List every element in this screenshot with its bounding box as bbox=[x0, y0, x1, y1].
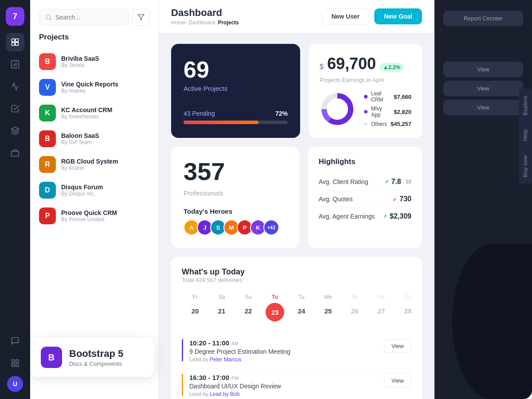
project-author: By SIA Team bbox=[61, 139, 99, 145]
view-button-2[interactable]: View bbox=[443, 81, 523, 96]
event-lead: Lead by Peter Marcus bbox=[189, 356, 378, 363]
sidebar-item-charts[interactable] bbox=[6, 77, 24, 96]
new-goal-button[interactable]: New Goal bbox=[374, 8, 422, 24]
event-view-button[interactable]: View bbox=[384, 339, 411, 353]
project-name: Baloon SaaS bbox=[61, 132, 99, 139]
card-earnings: $ 69,700 ▲2.2% Projects Earnings in Apri… bbox=[309, 44, 422, 138]
event-bar bbox=[182, 374, 183, 396]
sidebar-item-work[interactable] bbox=[6, 144, 24, 162]
search-input[interactable] bbox=[55, 14, 122, 21]
stats-number: 357 bbox=[184, 159, 287, 184]
day-number: 21 bbox=[214, 303, 230, 319]
view-button-1[interactable]: View bbox=[443, 62, 523, 77]
sidebar-item-tasks[interactable] bbox=[6, 99, 24, 118]
legend-value: $2,820 bbox=[394, 109, 411, 115]
sidebar-item-analytics[interactable] bbox=[6, 55, 24, 74]
progress-bar-fill bbox=[184, 121, 258, 124]
bootstrap-icon: B bbox=[41, 347, 62, 368]
highlights-rows: Avg. Client Rating ↗ 7.810 Avg. Quotes ↙… bbox=[319, 173, 411, 225]
legend-dot bbox=[364, 95, 368, 98]
highlight-row: Avg. Agent Earnings ↗ $2,309 bbox=[319, 208, 411, 225]
legend-item: Leaf CRM $7,660 bbox=[364, 90, 411, 103]
projects-title: Projects bbox=[30, 26, 158, 45]
project-item[interactable]: V Vine Quick Reports By Andres bbox=[30, 74, 158, 100]
project-logo: R bbox=[39, 156, 56, 173]
day-name: Tu bbox=[298, 294, 305, 300]
svg-rect-0 bbox=[12, 39, 15, 42]
report-center-button[interactable]: Report Cecnter bbox=[443, 11, 523, 26]
calendar-header: What's up Today Total 424,567 deliveries bbox=[182, 267, 411, 283]
project-info: Proove Quick CRM By Proove Limited bbox=[61, 209, 117, 223]
view-button-3[interactable]: View bbox=[443, 100, 523, 115]
project-item[interactable]: R RGB Cloud System By Andrei bbox=[30, 152, 158, 177]
event-view-button[interactable]: View bbox=[384, 374, 411, 387]
right-tab[interactable]: Help bbox=[519, 122, 532, 148]
project-info: Vine Quick Reports By Andres bbox=[61, 81, 118, 94]
project-logo: B bbox=[39, 53, 56, 70]
day-name: Tu bbox=[272, 294, 278, 300]
sidebar-bottom: U bbox=[6, 332, 24, 392]
calendar-day[interactable]: We 25 bbox=[315, 290, 341, 325]
highlight-name: Avg. Quotes bbox=[319, 196, 353, 203]
highlight-name: Avg. Client Rating bbox=[319, 178, 368, 185]
earnings-dollar: $ bbox=[320, 63, 324, 71]
project-author: By James bbox=[61, 62, 99, 68]
heroes-label: Today's Heroes bbox=[184, 207, 287, 215]
filter-button[interactable] bbox=[133, 9, 149, 26]
card-active-projects: 69 Active Projects 43 Pending 72% bbox=[171, 44, 300, 138]
user-avatar[interactable]: U bbox=[7, 376, 23, 392]
project-info: KC Account CRM By Keenthemes bbox=[61, 106, 112, 120]
event-name: 9 Degree Project Estimation Meeting bbox=[189, 348, 378, 355]
bootstrap-overlay: B Bootstrap 5 Docs & Components bbox=[30, 338, 154, 377]
calendar-day[interactable]: Tu 26 bbox=[341, 290, 368, 325]
calendar-day[interactable]: Fr 20 bbox=[182, 290, 208, 325]
highlight-value: ↗ $2,309 bbox=[383, 212, 411, 220]
project-info: Baloon SaaS By SIA Team bbox=[61, 132, 99, 145]
calendar-day[interactable]: Tu 24 bbox=[288, 290, 315, 325]
progress-pct: 72% bbox=[275, 110, 288, 117]
lead-link[interactable]: Peter Marcus bbox=[210, 356, 241, 363]
day-number: 24 bbox=[293, 303, 309, 319]
project-author: By Andres bbox=[61, 88, 118, 94]
calendar-day[interactable]: Fri 27 bbox=[368, 290, 395, 325]
calendar-day[interactable]: Su 22 bbox=[235, 290, 262, 325]
project-item[interactable]: B Baloon SaaS By SIA Team bbox=[30, 126, 158, 152]
event-name: Dashboard UI/UX Design Review bbox=[189, 383, 378, 390]
calendar-day[interactable]: Tu 23 bbox=[262, 290, 288, 325]
whats-up-title: What's up Today bbox=[182, 267, 411, 277]
sidebar-item-grid2[interactable] bbox=[6, 354, 24, 372]
main-content: Dashboard Home- Dashboard- Projects New … bbox=[159, 0, 434, 399]
project-item[interactable]: K KC Account CRM By Keenthemes bbox=[30, 100, 158, 126]
events-list: 10:20 - 11:00 AM 9 Degree Project Estima… bbox=[182, 334, 411, 399]
svg-rect-2 bbox=[12, 43, 15, 46]
project-name: Disqus Forum bbox=[61, 184, 103, 191]
earnings-amount: $ 69,700 ▲2.2% bbox=[320, 55, 411, 73]
earnings-legend: Leaf CRM $7,660 Mivy App $2,820 Others $… bbox=[364, 90, 411, 127]
card-calendar: What's up Today Total 424,567 deliveries… bbox=[171, 257, 422, 399]
event-lead: Lead by Lead by Bob bbox=[189, 391, 378, 397]
topbar-left: Dashboard Home- Dashboard- Projects bbox=[171, 7, 239, 26]
calendar-day[interactable]: Sa 21 bbox=[208, 290, 235, 325]
sidebar-item-layers[interactable] bbox=[6, 121, 24, 140]
lead-link[interactable]: Lead by Bob bbox=[210, 391, 239, 397]
calendar-day[interactable]: Sa 28 bbox=[395, 290, 411, 325]
project-item[interactable]: D Disqus Forum By Disqus Inc. bbox=[30, 177, 158, 203]
highlight-row: Avg. Quotes ↙ 730 bbox=[319, 191, 411, 208]
bootstrap-subtext: Docs & Components bbox=[69, 360, 123, 367]
sidebar-item-dashboard[interactable] bbox=[6, 33, 24, 51]
right-tab[interactable]: Buy now bbox=[519, 148, 532, 184]
sidebar-item-messages[interactable] bbox=[6, 332, 24, 350]
todays-heroes: Today's Heroes AJSMPK+42 bbox=[184, 207, 287, 235]
project-item[interactable]: P Proove Quick CRM By Proove Limited bbox=[30, 203, 158, 229]
svg-rect-1 bbox=[16, 39, 19, 42]
stats-label: Professionals bbox=[184, 189, 287, 197]
svg-line-12 bbox=[50, 19, 51, 20]
highlight-value: ↗ 7.810 bbox=[384, 178, 411, 186]
legend-dot bbox=[364, 110, 368, 113]
new-user-button[interactable]: New User bbox=[322, 8, 369, 25]
svg-rect-3 bbox=[16, 43, 19, 46]
project-name: Vine Quick Reports bbox=[61, 81, 118, 88]
project-item[interactable]: B Briviba SaaS By James bbox=[30, 49, 158, 74]
project-name: RGB Cloud System bbox=[61, 158, 118, 165]
right-tab[interactable]: Explore bbox=[519, 89, 532, 122]
